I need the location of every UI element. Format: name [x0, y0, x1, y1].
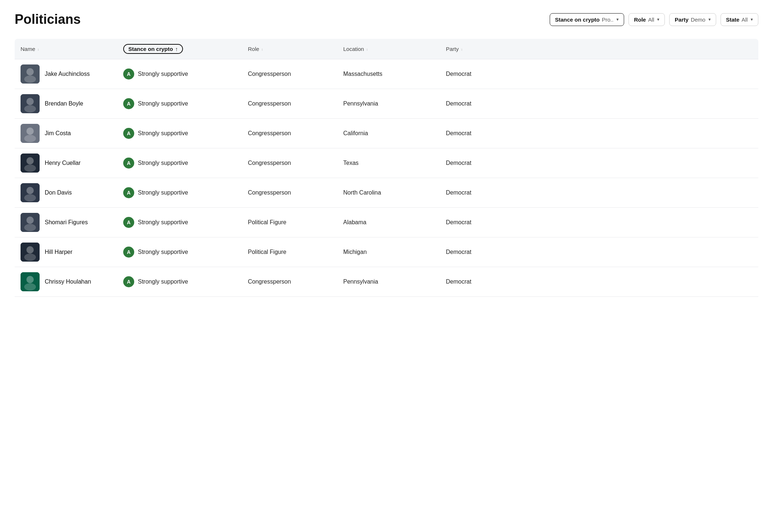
table-row[interactable]: Brendan Boyle A Strongly supportive Cong…: [15, 89, 758, 119]
avatar: [21, 154, 40, 173]
table-row[interactable]: Henry Cuellar A Strongly supportive Cong…: [15, 148, 758, 178]
svg-point-13: [26, 187, 34, 194]
party-filter[interactable]: Party Demo ▾: [669, 13, 716, 26]
role-filter-chevron: ▾: [657, 17, 659, 22]
party-cell: Democrat: [446, 249, 519, 255]
state-filter-chevron: ▾: [751, 17, 753, 22]
table-row[interactable]: Jim Costa A Strongly supportive Congress…: [15, 119, 758, 148]
politician-name: Shomari Figures: [45, 219, 88, 226]
page-title: Politicians: [15, 12, 81, 27]
stance-badge: A: [123, 98, 134, 109]
party-cell: Democrat: [446, 189, 519, 196]
stance-filter[interactable]: Stance on crypto Pro.. ▾: [550, 13, 624, 26]
stance-sort-icon: ↑: [175, 46, 178, 52]
stance-filter-chevron: ▾: [616, 17, 619, 22]
svg-point-2: [24, 75, 36, 83]
stance-label: Strongly supportive: [138, 219, 188, 226]
politician-cell: Shomari Figures: [21, 213, 123, 232]
politicians-table: Name ↕ Stance on crypto ↑ Role ↕ Locatio…: [15, 39, 758, 297]
col-stance-label: Stance on crypto: [128, 46, 173, 52]
svg-point-1: [26, 68, 34, 75]
avatar: [21, 94, 40, 113]
stance-cell: A Strongly supportive: [123, 98, 248, 109]
stance-badge: A: [123, 158, 134, 169]
politician-cell: Henry Cuellar: [21, 154, 123, 173]
politician-cell: Chrissy Houlahan: [21, 272, 123, 291]
politician-cell: Jake Auchincloss: [21, 64, 123, 84]
avatar: [21, 243, 40, 262]
location-cell: North Carolina: [343, 189, 446, 196]
location-cell: Pennsylvania: [343, 100, 446, 107]
role-cell: Congressperson: [248, 278, 343, 285]
svg-point-4: [26, 98, 34, 105]
stance-badge: A: [123, 217, 134, 228]
avatar: [21, 213, 40, 232]
col-location[interactable]: Location ↕: [343, 44, 446, 54]
party-filter-label: Party: [675, 16, 689, 23]
location-cell: Michigan: [343, 249, 446, 255]
table-row[interactable]: Jake Auchincloss A Strongly supportive C…: [15, 59, 758, 89]
col-role[interactable]: Role ↕: [248, 44, 343, 54]
party-cell: Democrat: [446, 130, 519, 137]
svg-point-11: [24, 165, 36, 172]
state-filter-value: All: [741, 16, 748, 23]
role-sort-icon: ↕: [261, 48, 264, 50]
name-sort-icon: ↕: [37, 48, 40, 50]
svg-point-20: [24, 254, 36, 261]
role-filter[interactable]: Role All ▾: [629, 13, 665, 26]
stance-sorted-wrapper: Stance on crypto ↑: [123, 44, 183, 54]
stance-label: Strongly supportive: [138, 130, 188, 137]
politician-cell: Brendan Boyle: [21, 94, 123, 113]
role-cell: Congressperson: [248, 71, 343, 77]
table-row[interactable]: Shomari Figures A Strongly supportive Po…: [15, 208, 758, 237]
stance-cell: A Strongly supportive: [123, 276, 248, 287]
party-cell: Democrat: [446, 278, 519, 285]
table-header: Name ↕ Stance on crypto ↑ Role ↕ Locatio…: [15, 39, 758, 59]
stance-badge: A: [123, 128, 134, 139]
location-cell: Massachusetts: [343, 71, 446, 77]
role-cell: Political Figure: [248, 249, 343, 255]
table-row[interactable]: Hill Harper A Strongly supportive Politi…: [15, 237, 758, 267]
location-cell: Texas: [343, 160, 446, 166]
col-name-label: Name: [21, 46, 35, 52]
stance-label: Strongly supportive: [138, 71, 188, 77]
stance-filter-value: Pro..: [602, 16, 613, 23]
party-sort-icon: ↕: [461, 48, 464, 50]
politician-name: Chrissy Houlahan: [45, 278, 91, 285]
avatar: [21, 183, 40, 202]
stance-cell: A Strongly supportive: [123, 247, 248, 258]
avatar: [21, 124, 40, 143]
svg-point-23: [24, 283, 36, 291]
svg-point-10: [26, 157, 34, 165]
col-role-label: Role: [248, 46, 259, 52]
page-header: Politicians Stance on crypto Pro.. ▾ Rol…: [15, 12, 758, 27]
politician-cell: Hill Harper: [21, 243, 123, 262]
stance-cell: A Strongly supportive: [123, 217, 248, 228]
col-name[interactable]: Name ↕: [21, 44, 123, 54]
politician-name: Jim Costa: [45, 130, 71, 137]
col-party[interactable]: Party ↕: [446, 44, 519, 54]
col-party-label: Party: [446, 46, 459, 52]
stance-badge: A: [123, 69, 134, 80]
party-cell: Democrat: [446, 100, 519, 107]
stance-label: Strongly supportive: [138, 160, 188, 166]
politician-name: Don Davis: [45, 189, 72, 196]
role-cell: Congressperson: [248, 100, 343, 107]
politician-name: Jake Auchincloss: [45, 71, 90, 77]
avatar: [21, 272, 40, 291]
col-stance[interactable]: Stance on crypto ↑: [123, 44, 248, 54]
svg-point-8: [24, 135, 36, 142]
party-cell: Democrat: [446, 71, 519, 77]
location-cell: Pennsylvania: [343, 278, 446, 285]
stance-label: Strongly supportive: [138, 249, 188, 255]
table-row[interactable]: Chrissy Houlahan A Strongly supportive C…: [15, 267, 758, 297]
politician-name: Henry Cuellar: [45, 160, 81, 166]
state-filter[interactable]: State All ▾: [721, 13, 758, 26]
role-filter-value: All: [648, 16, 654, 23]
location-sort-icon: ↕: [366, 48, 369, 50]
party-cell: Democrat: [446, 219, 519, 226]
politician-cell: Don Davis: [21, 183, 123, 202]
svg-point-5: [24, 105, 36, 112]
table-row[interactable]: Don Davis A Strongly supportive Congress…: [15, 178, 758, 208]
politician-name: Brendan Boyle: [45, 100, 83, 107]
